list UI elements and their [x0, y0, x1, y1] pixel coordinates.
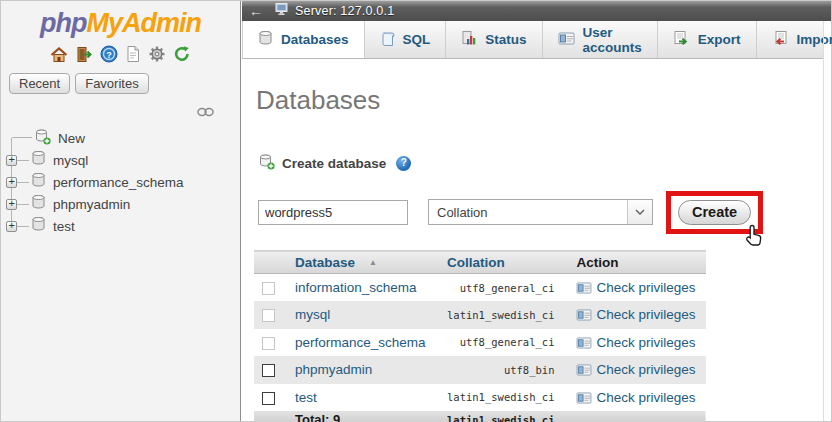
- panel-edge: [823, 21, 824, 421]
- row-checkbox[interactable]: [262, 364, 275, 377]
- database-icon: [31, 216, 46, 236]
- tree-item-label: performance_schema: [53, 175, 184, 190]
- create-database-icon: [258, 153, 275, 174]
- check-privileges-link[interactable]: Check privileges: [566, 301, 705, 329]
- sidebar-quick-access: Recent Favorites: [9, 73, 240, 94]
- tree-item-new[interactable]: New: [3, 127, 240, 149]
- sidebar: phpMyAdmin ? Recent Favorites New: [1, 1, 241, 421]
- expand-icon[interactable]: [6, 199, 17, 210]
- sql-tab-icon: [380, 30, 395, 50]
- row-checkbox: [262, 337, 275, 350]
- collation-value: utf8_general_ci: [437, 274, 566, 302]
- expand-icon[interactable]: [6, 221, 17, 232]
- tab-label: User accounts: [583, 25, 642, 55]
- table-footer-row: Total: 9 latin1_swedish_ci: [254, 411, 706, 422]
- tree-item-performance-schema[interactable]: performance_schema: [3, 171, 240, 193]
- tab-label: Import: [797, 32, 832, 47]
- table-row: phpmyadmin utf8_bin Check privileges: [254, 356, 706, 384]
- recent-button[interactable]: Recent: [9, 73, 70, 94]
- import-tab-icon: [772, 30, 789, 49]
- database-tree: New mysql performance_schema phpmyadmin: [3, 127, 240, 237]
- tab-user-accounts[interactable]: User accounts: [543, 21, 658, 58]
- header-action: Action: [566, 251, 705, 274]
- tree-elbow: [12, 127, 32, 138]
- tree-item-phpmyadmin[interactable]: phpmyadmin: [3, 193, 240, 215]
- expand-icon[interactable]: [6, 177, 17, 188]
- logo-php-part: php: [40, 8, 86, 38]
- panel-link-row: [1, 103, 240, 113]
- database-link[interactable]: performance_schema: [285, 329, 437, 357]
- tree-item-label: New: [58, 131, 85, 146]
- header-checkbox-cell: [254, 251, 285, 274]
- main-panel: ← Server: 127.0.0.1 Databases SQL Status…: [242, 1, 831, 421]
- row-checkbox[interactable]: [262, 392, 275, 405]
- database-icon: [31, 194, 46, 214]
- sidebar-toolbar: ?: [1, 44, 240, 64]
- row-checkbox: [262, 282, 275, 295]
- tab-sql[interactable]: SQL: [365, 21, 447, 58]
- server-label: Server: 127.0.0.1: [295, 4, 394, 18]
- database-link[interactable]: phpmyadmin: [285, 356, 437, 384]
- check-privileges-link[interactable]: Check privileges: [566, 384, 705, 412]
- tab-label: Status: [485, 32, 526, 47]
- header-collation[interactable]: Collation: [437, 251, 566, 274]
- tab-status[interactable]: Status: [446, 21, 542, 58]
- create-button[interactable]: Create: [678, 200, 751, 225]
- collation-select[interactable]: Collation: [428, 199, 653, 225]
- collation-value: latin1_swedish_ci: [437, 384, 566, 412]
- databases-table: Database▲ Collation Action information_s…: [254, 250, 706, 422]
- row-checkbox: [262, 309, 275, 322]
- table-row: test latin1_swedish_ci Check privileges: [254, 384, 706, 412]
- help-badge-icon[interactable]: [396, 156, 411, 171]
- collation-value: utf8_bin: [437, 356, 566, 384]
- link-panels-icon[interactable]: [197, 103, 214, 120]
- collation-value: utf8_general_ci: [437, 329, 566, 357]
- database-name-input[interactable]: [258, 200, 408, 225]
- check-privileges-link[interactable]: Check privileges: [566, 329, 705, 357]
- table-row: information_schema utf8_general_ci Check…: [254, 274, 706, 302]
- database-link[interactable]: mysql: [285, 301, 437, 329]
- back-arrow-icon[interactable]: ←: [242, 2, 275, 21]
- tab-export[interactable]: Export: [658, 21, 757, 58]
- help-icon[interactable]: ?: [100, 45, 118, 63]
- reload-icon[interactable]: [173, 45, 191, 63]
- server-breadcrumb-bar: ← Server: 127.0.0.1: [242, 1, 831, 21]
- user-accounts-tab-icon: [558, 32, 575, 48]
- server-icon: [275, 2, 295, 20]
- database-icon: [31, 150, 46, 170]
- tree-item-test[interactable]: test: [3, 215, 240, 237]
- expand-icon[interactable]: [6, 155, 17, 166]
- cursor-icon: [743, 224, 766, 253]
- header-database[interactable]: Database▲: [285, 251, 437, 274]
- tab-import[interactable]: Import: [757, 21, 832, 58]
- tree-stub: [17, 182, 29, 183]
- settings-icon[interactable]: [148, 45, 166, 63]
- tab-bar: Databases SQL Status User accounts Expor…: [242, 21, 823, 59]
- databases-tab-icon: [258, 30, 273, 49]
- phpmyadmin-logo[interactable]: phpMyAdmin: [1, 1, 240, 39]
- database-icon: [31, 172, 46, 192]
- svg-text:?: ?: [106, 50, 112, 60]
- home-icon[interactable]: [50, 46, 68, 63]
- logout-icon[interactable]: [75, 46, 93, 63]
- database-link[interactable]: information_schema: [285, 274, 437, 302]
- create-database-form: Collation Create: [258, 189, 831, 235]
- check-privileges-link[interactable]: Check privileges: [566, 356, 705, 384]
- docs-icon[interactable]: [125, 45, 141, 63]
- tree-stub: [17, 204, 29, 205]
- highlight-box: Create: [666, 191, 763, 234]
- create-database-label: Create database: [282, 156, 386, 171]
- tab-label: Databases: [281, 32, 349, 47]
- tab-label: SQL: [403, 32, 431, 47]
- tree-item-mysql[interactable]: mysql: [3, 149, 240, 171]
- database-link[interactable]: test: [285, 384, 437, 412]
- tab-databases[interactable]: Databases: [242, 21, 365, 58]
- collation-selected-value: Collation: [429, 205, 627, 220]
- chevron-down-icon[interactable]: [627, 200, 652, 224]
- table-header-row: Database▲ Collation Action: [254, 251, 706, 274]
- favorites-button[interactable]: Favorites: [75, 73, 148, 94]
- export-tab-icon: [673, 30, 690, 49]
- content-area: Databases Create database Collation Crea…: [242, 85, 831, 422]
- check-privileges-link[interactable]: Check privileges: [566, 274, 705, 302]
- tree-stub: [17, 160, 29, 161]
